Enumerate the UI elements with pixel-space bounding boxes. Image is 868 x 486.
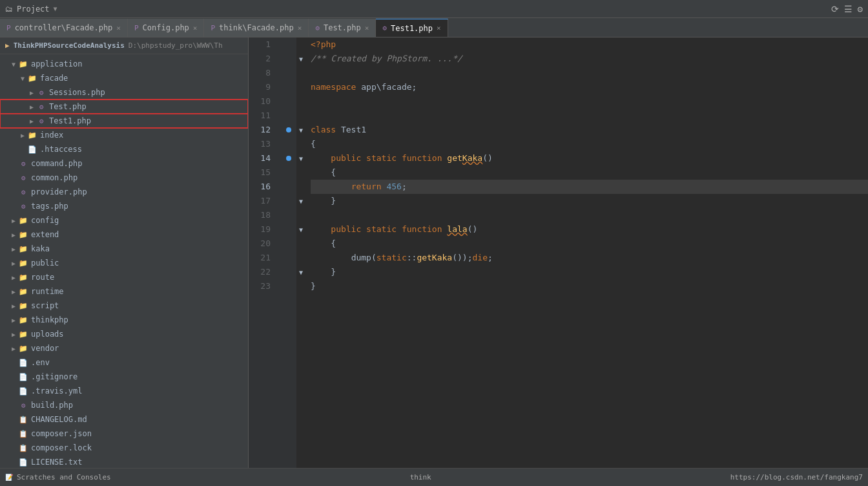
status-bar: 📝 Scratches and Consoles think https://b… (0, 468, 868, 486)
sidebar-title: ▶ ThinkPHPSourceCodeAnalysis D:\phpstudy… (0, 37, 248, 54)
scratches-status-label: Scratches and Consoles (17, 473, 111, 481)
sidebar-item-sessions[interactable]: ▶ ⚙ Sessions.php (0, 85, 248, 100)
gutter-cell (281, 194, 296, 208)
sidebar-item-index[interactable]: ▶ 📁 index (0, 128, 248, 142)
sidebar-item-route[interactable]: ▶ 📁 route (0, 270, 248, 284)
fold-cell[interactable]: ▼ (296, 151, 305, 165)
sidebar-item-vendor[interactable]: ▶ 📁 vendor (0, 341, 248, 355)
sidebar-item-facade[interactable]: ▼ 📁 facade (0, 71, 248, 85)
sidebar-item-thinkphp[interactable]: ▶ 📁 thinkphp (0, 313, 248, 327)
sidebar-item-changelog[interactable]: 📋 CHANGELOG.md (0, 412, 248, 427)
item-label: build.php (31, 401, 73, 410)
gutter-bookmark-12 (281, 123, 296, 137)
sidebar-item-extend[interactable]: ▶ 📁 extend (0, 227, 248, 242)
item-label: .htaccess (40, 145, 82, 154)
sidebar-item-runtime[interactable]: ▶ 📁 runtime (0, 284, 248, 299)
gutter-cell (281, 208, 296, 222)
item-label: Sessions.php (49, 88, 105, 97)
line-num: 12 (249, 123, 276, 137)
title-bar-left: 🗂 Project ▼ (5, 5, 57, 14)
title-dropdown-arrow[interactable]: ▼ (54, 5, 57, 12)
folder-icon: 📁 (18, 258, 28, 268)
tab-close-icon[interactable]: × (365, 24, 369, 32)
sidebar-item-gitignore[interactable]: 📄 .gitignore (0, 370, 248, 384)
tab-close-icon[interactable]: × (193, 24, 198, 32)
code-line-16: return 456 ; (311, 180, 868, 194)
sidebar-item-license[interactable]: 📄 LICENSE.txt (0, 455, 248, 468)
sidebar-item-test1[interactable]: ▶ ⚙ Test1.php (0, 114, 248, 128)
tab-controller-facade[interactable]: P controller\Facade.php × (0, 19, 128, 37)
tab-close-icon[interactable]: × (298, 24, 302, 32)
folder-icon: 📁 (18, 215, 28, 226)
tab-close-icon[interactable]: × (116, 24, 121, 32)
code-line-18 (311, 208, 868, 222)
php-file-icon: ⚙ (36, 101, 46, 112)
line-num: 2 (249, 52, 276, 66)
fold-cell[interactable]: ▼ (296, 222, 305, 237)
tab-php-icon: P (134, 24, 139, 32)
title-bar: 🗂 Project ▼ ⟳ ☰ ⚙ (0, 0, 868, 18)
sidebar-item-application[interactable]: ▼ 📁 application (0, 57, 248, 71)
fold-cell[interactable]: ▼ (296, 123, 305, 137)
sync-icon[interactable]: ⟳ (831, 4, 839, 14)
file-icon: 📄 (18, 386, 28, 396)
tab-php-icon: ⚙ (382, 24, 387, 32)
gutter-cell (281, 265, 296, 279)
gutter-cell (281, 109, 296, 123)
gear-icon[interactable]: ⚙ (858, 4, 863, 14)
sidebar-item-env[interactable]: 📄 .env (0, 355, 248, 370)
fold-gutter: ▼ ▼ ▼ ▼ ▼ ▼ (296, 37, 305, 468)
sidebar-item-public[interactable]: ▶ 📁 public (0, 256, 248, 270)
settings-icon[interactable]: ☰ (844, 4, 852, 14)
code-area[interactable]: <?php /** Created by PhpStorm. ...*/ nam… (305, 37, 868, 468)
sidebar-item-command[interactable]: ⚙ command.php (0, 156, 248, 171)
code-line-8 (311, 66, 868, 80)
php-file-icon: ⚙ (36, 87, 46, 98)
sidebar-item-tags[interactable]: ⚙ tags.php (0, 199, 248, 213)
sidebar-item-build[interactable]: ⚙ build.php (0, 398, 248, 412)
editor-content: 1 2 8 9 10 11 12 13 14 15 16 17 18 19 20… (249, 37, 868, 468)
tab-label: Test.php (324, 23, 361, 32)
fold-cell[interactable]: ▼ (296, 52, 305, 66)
item-label: index (40, 131, 63, 140)
sidebar-item-travis[interactable]: 📄 .travis.yml (0, 384, 248, 398)
item-label: provider.php (31, 187, 87, 196)
code-line-23: } (311, 279, 868, 293)
code-line-22: } (311, 265, 868, 279)
tab-close-icon[interactable]: × (437, 24, 441, 32)
sidebar-item-common[interactable]: ⚙ common.php (0, 171, 248, 185)
project-label: Project (17, 5, 50, 14)
php-file-icon: ⚙ (18, 173, 28, 183)
tab-test[interactable]: ⚙ Test.php × (309, 19, 376, 37)
sidebar-item-composer-json[interactable]: 📋 composer.json (0, 427, 248, 441)
sidebar-item-composer-lock[interactable]: 📋 composer.lock (0, 441, 248, 455)
fold-cell (296, 208, 305, 222)
item-label: command.php (31, 159, 82, 168)
tab-think-facade[interactable]: P think\Facade.php × (204, 19, 309, 37)
gutter-cell (281, 279, 296, 293)
tab-test1[interactable]: ⚙ Test1.php × (376, 19, 448, 37)
fold-cell[interactable]: ▼ (296, 194, 305, 208)
code-line-20: { (311, 237, 868, 251)
fold-cell[interactable]: ▼ (296, 265, 305, 279)
sidebar-item-config[interactable]: ▶ 📁 config (0, 213, 248, 227)
line-num: 1 (249, 37, 276, 52)
gutter-cell (281, 94, 296, 109)
sidebar-item-uploads[interactable]: ▶ 📁 uploads (0, 327, 248, 341)
gutter-cell (281, 37, 296, 52)
expand-arrow: ▶ (9, 331, 18, 338)
sidebar-item-provider[interactable]: ⚙ provider.php (0, 185, 248, 199)
item-label: composer.lock (31, 443, 92, 452)
sidebar-item-kaka[interactable]: ▶ 📁 kaka (0, 242, 248, 256)
sidebar-item-test[interactable]: ▶ ⚙ Test.php (0, 100, 248, 114)
tab-config[interactable]: P Config.php × (128, 19, 205, 37)
tab-label: think\Facade.php (219, 23, 294, 32)
sidebar-item-htaccess[interactable]: 📄 .htaccess (0, 142, 248, 156)
tab-label: controller\Facade.php (15, 23, 113, 32)
expand-arrow: ▶ (27, 103, 36, 111)
code-line-19: public static function lala () (311, 222, 868, 237)
folder-icon: 📁 (18, 315, 28, 325)
sidebar-item-script[interactable]: ▶ 📁 script (0, 299, 248, 313)
project-icon: 🗂 (5, 5, 13, 14)
item-label: tags.php (31, 202, 68, 211)
